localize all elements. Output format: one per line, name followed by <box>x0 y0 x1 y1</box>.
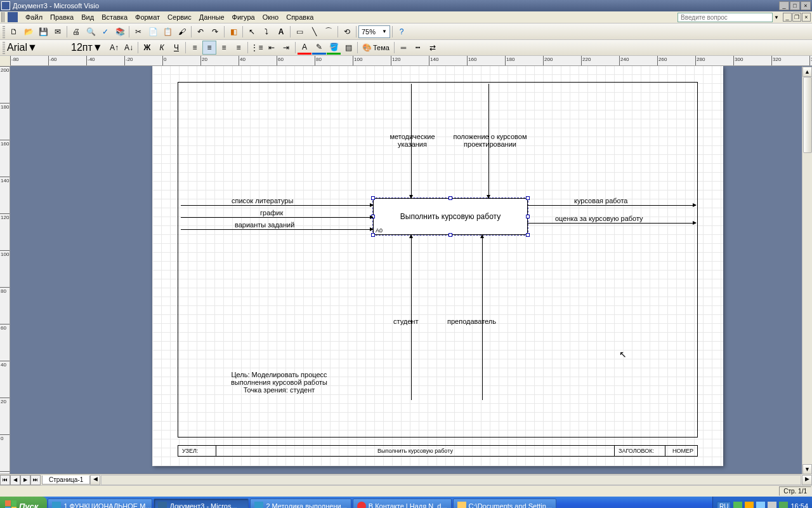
input-label[interactable]: список литературы <box>232 197 293 204</box>
output-label[interactable]: курсовая работа <box>574 197 627 204</box>
menu-shape[interactable]: Фигура <box>228 13 259 21</box>
zoom-combo[interactable]: 75%▼ <box>358 25 390 38</box>
language-indicator[interactable]: RU <box>717 502 731 509</box>
maximize-button[interactable]: □ <box>790 1 800 10</box>
indent-dec-button[interactable]: ⇤ <box>265 41 278 55</box>
align-right-button[interactable]: ≡ <box>217 41 231 55</box>
tab-next-button[interactable]: ▶ <box>20 475 30 485</box>
menu-data[interactable]: Данные <box>195 13 228 21</box>
doc-minimize-button[interactable]: _ <box>783 13 792 22</box>
align-left-button[interactable]: ≡ <box>188 41 202 55</box>
line-pattern-button[interactable]: ┅ <box>411 41 425 55</box>
scrollbar-vertical[interactable]: ▲ ▼ <box>802 67 812 474</box>
task-item[interactable]: 2 Методика выполнени... <box>250 498 351 508</box>
menu-window[interactable]: Окно <box>259 13 283 21</box>
justify-button[interactable]: ≡ <box>232 41 246 55</box>
open-button[interactable]: 📂 <box>22 25 36 39</box>
page[interactable]: Выполнить курсовую работу A0 список лите… <box>152 66 723 466</box>
control-label[interactable]: методические указания <box>377 133 447 148</box>
idef0-box[interactable]: Выполнить курсовую работу A0 <box>373 198 528 235</box>
goal-text[interactable]: Цель: Моделировать процесс выполнения ку… <box>216 371 343 394</box>
output-label[interactable]: оценка за курсовую работу <box>555 215 643 222</box>
hscroll-right-button[interactable]: ▶ <box>802 475 812 485</box>
grip[interactable] <box>1 12 5 22</box>
doc-close-button[interactable]: × <box>802 13 811 22</box>
connector-button[interactable]: ⤵ <box>259 25 273 39</box>
scroll-down-button[interactable]: ▼ <box>802 464 812 474</box>
page-tab[interactable]: Страница-1 <box>42 476 90 485</box>
task-item[interactable]: В Контакте | Надя N_d... <box>353 498 452 508</box>
tray-icon[interactable] <box>768 502 776 508</box>
help-button[interactable]: ? <box>395 25 409 39</box>
indent-inc-button[interactable]: ⇥ <box>279 41 293 55</box>
rect-button[interactable]: ▭ <box>292 25 306 39</box>
app-icon[interactable] <box>8 12 18 22</box>
menu-edit[interactable]: Правка <box>46 13 77 21</box>
scroll-thumb[interactable] <box>803 77 812 153</box>
menu-view[interactable]: Вид <box>77 13 98 21</box>
research-button[interactable]: 📚 <box>113 25 127 39</box>
grow-font-button[interactable]: A↑ <box>107 41 121 55</box>
tab-prev-button[interactable]: ◀ <box>10 475 20 485</box>
close-button[interactable]: × <box>801 1 811 10</box>
input-label[interactable]: график <box>260 209 283 217</box>
system-tray[interactable]: RU 16:54 <box>712 497 812 508</box>
mail-button[interactable]: ✉ <box>51 25 65 39</box>
tray-icon[interactable] <box>756 502 765 508</box>
minimize-button[interactable]: _ <box>779 1 789 10</box>
tab-first-button[interactable]: ⏮ <box>0 475 10 485</box>
print-button[interactable]: 🖨 <box>69 25 83 39</box>
menu-tools[interactable]: Сервис <box>164 13 195 21</box>
line-ends-button[interactable]: ⇄ <box>426 41 440 55</box>
hscroll-left-button[interactable]: ◀ <box>90 475 100 485</box>
cut-button[interactable]: ✂ <box>131 25 145 39</box>
font-combo[interactable]: Arial▼ <box>7 42 70 53</box>
rotate-button[interactable]: ⟲ <box>340 25 354 39</box>
shadow-button[interactable]: ▤ <box>341 41 355 55</box>
size-combo[interactable]: 12пт▼ <box>71 42 107 53</box>
menu-file[interactable]: Файл <box>22 13 46 21</box>
grip[interactable] <box>3 41 5 54</box>
hscroll-track[interactable] <box>101 475 801 485</box>
canvas[interactable]: Выполнить курсовую работу A0 список лите… <box>10 66 812 474</box>
italic-button[interactable]: К <box>155 41 169 55</box>
copy-button[interactable]: 📄 <box>146 25 160 39</box>
question-input[interactable] <box>678 13 773 22</box>
mechanism-label[interactable]: студент <box>393 318 418 325</box>
task-item[interactable]: 1 ФУНКЦИОНАЛЬНОЕ М... <box>48 498 152 508</box>
arc-button[interactable]: ⌒ <box>322 25 336 39</box>
line-button[interactable]: ╲ <box>307 25 321 39</box>
mechanism-label[interactable]: преподаватель <box>447 318 496 325</box>
task-item[interactable]: C:\Documents and Settin... <box>453 498 556 508</box>
tray-icon[interactable] <box>733 502 742 508</box>
shrink-font-button[interactable]: A↓ <box>122 41 136 55</box>
undo-button[interactable]: ↶ <box>193 25 207 39</box>
shapes-button[interactable]: ◧ <box>226 25 240 39</box>
format-painter-button[interactable]: 🖌 <box>175 25 189 39</box>
scroll-up-button[interactable]: ▲ <box>802 67 812 77</box>
preview-button[interactable]: 🔍 <box>84 25 98 39</box>
bold-button[interactable]: Ж <box>140 41 154 55</box>
start-button[interactable]: Пуск <box>0 497 47 508</box>
align-center-button[interactable]: ≡ <box>202 41 216 55</box>
task-item[interactable]: Документ3 - Micros... <box>154 498 249 508</box>
menu-format[interactable]: Формат <box>131 13 164 21</box>
clock[interactable]: 16:54 <box>790 502 808 508</box>
font-color-button[interactable]: A <box>298 41 311 55</box>
menu-insert[interactable]: Вставка <box>98 13 131 21</box>
bullets-button[interactable]: ⋮≡ <box>250 41 264 55</box>
text-button[interactable]: A <box>274 25 288 39</box>
new-button[interactable]: 🗋 <box>7 25 21 39</box>
redo-button[interactable]: ↷ <box>208 25 222 39</box>
question-dropdown-icon[interactable]: ▼ <box>773 15 780 20</box>
theme-button[interactable]: 🎨Тема <box>360 41 392 55</box>
fill-color-button[interactable]: 🪣 <box>327 41 341 55</box>
spell-button[interactable]: ✓ <box>98 25 112 39</box>
tray-icon[interactable] <box>745 502 754 508</box>
save-button[interactable]: 💾 <box>36 25 50 39</box>
underline-button[interactable]: Ч <box>169 41 183 55</box>
tab-last-button[interactable]: ⏭ <box>30 475 41 485</box>
grip[interactable] <box>3 25 5 38</box>
control-label[interactable]: положение о курсовом проектировании <box>447 133 533 148</box>
paste-button[interactable]: 📋 <box>160 25 174 39</box>
